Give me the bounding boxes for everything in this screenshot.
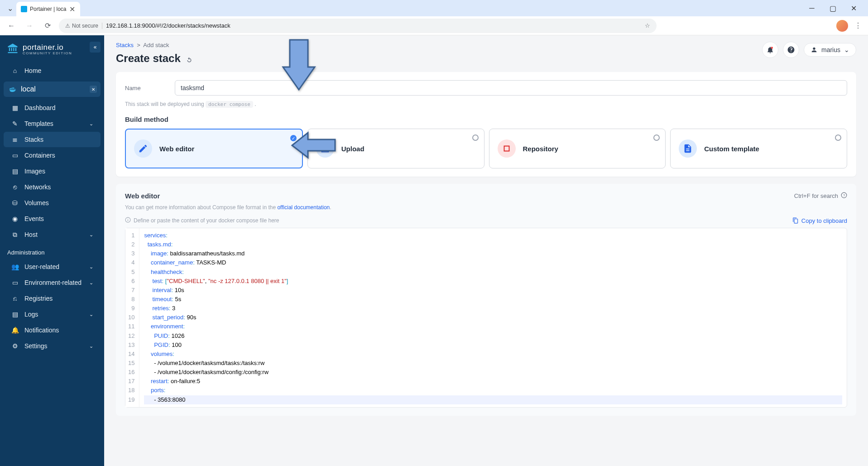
collapse-sidebar-icon[interactable]: « [90, 42, 101, 53]
networks-icon: ⎋ [11, 183, 19, 191]
build-method-upload[interactable]: Upload [307, 129, 484, 168]
portainer-logo-icon [6, 43, 19, 55]
sidebar-item-label: User-related [24, 263, 59, 270]
window-minimize-icon[interactable]: ─ [806, 2, 818, 14]
tab-favicon [21, 6, 27, 12]
forward-icon[interactable]: → [23, 19, 36, 33]
events-icon: ◉ [11, 215, 19, 223]
copy-icon [792, 217, 799, 224]
close-environment-icon[interactable]: ✕ [90, 86, 97, 93]
editor-subtitle: You can get more information about Compo… [125, 204, 847, 211]
deploy-hint-post: . [254, 101, 256, 107]
build-method-custom-template[interactable]: Custom template [670, 129, 847, 168]
sidebar-item-label: Volumes [24, 199, 49, 207]
sidebar-item-volumes[interactable]: ⛁Volumes [4, 195, 101, 211]
containers-icon: ▭ [11, 151, 19, 159]
info-icon [125, 217, 131, 224]
volumes-icon: ⛁ [11, 199, 19, 207]
templates-icon: ✎ [11, 120, 19, 128]
back-icon[interactable]: ← [5, 19, 18, 33]
warning-icon: ⚠ [65, 23, 70, 29]
browser-menu-icon[interactable]: ⋮ [853, 21, 863, 30]
stack-name-input[interactable] [175, 80, 847, 96]
url-input[interactable]: ⚠ Not secure 192.168.1.18:9000/#!/2/dock… [59, 19, 657, 33]
editor-search-hint: Ctrl+F for search ? [794, 192, 847, 200]
help-icon[interactable] [783, 42, 799, 58]
browser-tab[interactable]: Portainer | loca ✕ [16, 2, 80, 16]
sidebar-item-logs[interactable]: ▤Logs⌄ [4, 307, 101, 322]
radio-icon [290, 135, 297, 141]
sidebar-item-networks[interactable]: ⎋Networks [4, 179, 101, 195]
sidebar-item-environment-related[interactable]: ▭Environment-related⌄ [4, 275, 101, 290]
page-title: Create stack [116, 52, 193, 65]
sidebar-item-stacks[interactable]: ≣Stacks [4, 132, 101, 147]
help-icon[interactable]: ? [841, 192, 847, 200]
name-label: Name [125, 85, 166, 91]
method-label: Repository [523, 145, 558, 153]
chevron-down-icon: ⌄ [89, 343, 93, 349]
user-icon [810, 46, 818, 53]
sidebar-item-dashboard[interactable]: ▦Dashboard [4, 100, 101, 115]
method-icon [316, 139, 334, 158]
code-body[interactable]: services: tasks.md: image: baldissaramat… [139, 228, 847, 407]
url-text: 192.168.1.18:9000/#!/2/docker/stacks/new… [106, 22, 230, 29]
refresh-icon[interactable] [185, 54, 193, 62]
chevron-down-icon: ⌄ [844, 46, 849, 53]
build-method-repository[interactable]: Repository [489, 129, 666, 168]
notifications-icon[interactable] [762, 42, 778, 58]
method-label: Web editor [159, 145, 194, 153]
sidebar-section-administration: Administration [0, 243, 104, 259]
docker-icon [9, 85, 17, 93]
method-label: Custom template [704, 145, 759, 153]
main-content: Stacks > Add stack Create stack [104, 35, 868, 466]
sidebar-item-events[interactable]: ◉Events [4, 211, 101, 226]
admin-icon: 👥 [11, 263, 19, 271]
sidebar-item-user-related[interactable]: 👥User-related⌄ [4, 259, 101, 274]
deploy-hint: This stack will be deployed using docker… [125, 101, 847, 107]
dashboard-icon: ▦ [11, 104, 19, 112]
method-icon [134, 139, 152, 158]
sidebar-item-label: Events [24, 215, 44, 222]
sidebar-item-label: Containers [24, 152, 55, 159]
deploy-hint-pre: This stack will be deployed using [125, 101, 204, 107]
deploy-hint-code: docker compose [206, 101, 253, 108]
profile-avatar[interactable] [836, 20, 848, 32]
admin-icon: ⚙ [11, 342, 19, 350]
sidebar-item-templates[interactable]: ✎Templates⌄ [4, 116, 101, 131]
breadcrumb: Stacks > Add stack [116, 42, 193, 48]
reload-icon[interactable]: ⟳ [41, 19, 54, 33]
sidebar-item-settings[interactable]: ⚙Settings⌄ [4, 338, 101, 354]
radio-icon [472, 135, 479, 141]
close-icon[interactable]: ✕ [69, 5, 76, 14]
sidebar-item-registries[interactable]: ⎌Registries [4, 291, 101, 306]
method-icon [498, 139, 516, 158]
sidebar-item-label: Images [24, 168, 45, 175]
page-title-text: Create stack [116, 52, 181, 65]
bookmark-icon[interactable]: ☆ [645, 22, 650, 29]
breadcrumb-stacks[interactable]: Stacks [116, 42, 134, 48]
user-menu[interactable]: marius ⌄ [804, 43, 856, 57]
sidebar-item-images[interactable]: ▤Images [4, 163, 101, 179]
stacks-icon: ≣ [11, 135, 19, 144]
docs-link[interactable]: official documentation [277, 204, 330, 211]
environment-badge[interactable]: local ✕ [4, 82, 101, 97]
tab-dropdown-icon[interactable]: ⌄ [4, 2, 16, 14]
sidebar-item-notifications[interactable]: 🔔Notifications [4, 322, 101, 338]
sidebar-item-label: Networks [24, 183, 51, 191]
window-maximize-icon[interactable]: ▢ [826, 2, 839, 14]
brand-logo[interactable]: portainer.io COMMUNITY EDITION [0, 38, 104, 62]
window-close-icon[interactable]: ✕ [847, 2, 860, 14]
sidebar-item-label: Templates [24, 120, 53, 127]
compose-code-editor[interactable]: 12345678910111213141516171819 services: … [125, 228, 847, 408]
sidebar-item-label: Logs [24, 311, 38, 318]
sidebar-item-home[interactable]: ⌂ Home [4, 63, 101, 78]
method-icon [679, 139, 697, 158]
not-secure-badge[interactable]: ⚠ Not secure [65, 23, 102, 29]
copy-to-clipboard-button[interactable]: Copy to clipboard [792, 217, 847, 224]
build-method-web-editor[interactable]: Web editor [125, 129, 303, 168]
sidebar-item-host[interactable]: ⧉Host⌄ [4, 227, 101, 242]
sidebar-item-containers[interactable]: ▭Containers [4, 148, 101, 163]
sidebar-item-label: Stacks [24, 136, 43, 143]
radio-icon [653, 135, 660, 141]
admin-icon: ⎌ [11, 294, 19, 303]
